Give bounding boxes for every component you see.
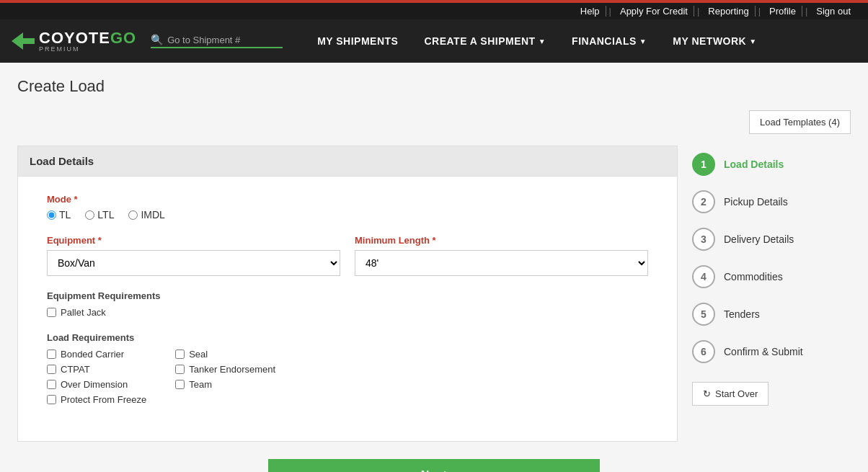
protect-freeze-checkbox[interactable] — [47, 395, 56, 404]
next-row: Next — [17, 459, 851, 472]
team-label: Team — [189, 379, 212, 390]
stepper-circle-5: 5 — [692, 303, 715, 326]
load-req-columns: Bonded Carrier CTPAT Over Dimension — [47, 349, 648, 409]
pallet-jack-checkbox[interactable] — [47, 308, 56, 317]
seal-item[interactable]: Seal — [175, 349, 275, 360]
logo-premium: PREMIUM — [39, 46, 136, 53]
load-templates-button[interactable]: Load Templates (4) — [749, 110, 851, 134]
stepper-label-5: Tenders — [724, 308, 760, 320]
load-req-label: Load Requirements — [47, 332, 648, 343]
logo-coyote: COYOTE — [39, 29, 110, 47]
mode-tl-option[interactable]: TL — [47, 209, 71, 221]
main-layout: Load Details Mode * TL LTL — [17, 146, 851, 442]
mode-imdl-radio[interactable] — [128, 210, 138, 220]
ctpat-item[interactable]: CTPAT — [47, 364, 146, 375]
over-dimension-label: Over Dimension — [61, 379, 128, 390]
logo[interactable]: COYOTEGO PREMIUM — [12, 30, 136, 53]
nav-links: MY SHIPMENTS CREATE A SHIPMENT ▼ FINANCI… — [304, 19, 856, 63]
stepper-label-2: Pickup Details — [724, 196, 788, 208]
mode-ltl-label: LTL — [97, 209, 114, 221]
mode-radio-group: TL LTL IMDL — [47, 209, 648, 221]
team-checkbox[interactable] — [175, 380, 185, 389]
mode-label: Mode * — [47, 194, 648, 205]
nav-bar: COYOTEGO PREMIUM 🔍 MY SHIPMENTS CREATE A… — [0, 19, 868, 63]
stepper-circle-2: 2 — [692, 190, 715, 213]
nav-financials[interactable]: FINANCIALS ▼ — [559, 19, 660, 63]
stepper-circle-1: 1 — [692, 153, 715, 176]
team-item[interactable]: Team — [175, 379, 275, 390]
stepper-label-1: Load Details — [724, 159, 784, 170]
equipment-req-group: Equipment Requirements Pallet Jack — [47, 290, 648, 318]
pallet-jack-checkbox-item[interactable]: Pallet Jack — [47, 307, 648, 318]
nav-my-network[interactable]: MY NETWORK ▼ — [660, 19, 769, 63]
stepper-circle-4: 4 — [692, 265, 715, 288]
equipment-minlength-row: Equipment * Box/Van Flatbed Reefer Inter… — [47, 235, 648, 276]
ctpat-label: CTPAT — [61, 364, 90, 375]
pallet-jack-label: Pallet Jack — [61, 307, 106, 318]
profile-link[interactable]: Profile — [763, 6, 802, 17]
stepper-sidebar: 1 Load Details 2 Pickup Details 3 Delive… — [692, 146, 851, 442]
sign-out-link[interactable]: Sign out — [810, 6, 856, 17]
start-over-button[interactable]: ↻ Start Over — [692, 382, 769, 406]
load-req-right-col: Seal Tanker Endorsement Team — [175, 349, 275, 409]
min-length-select[interactable]: 48' 53' 40' 45' — [355, 250, 648, 276]
ctpat-checkbox[interactable] — [47, 365, 56, 374]
seal-checkbox[interactable] — [175, 349, 185, 359]
mode-field-group: Mode * TL LTL IMDL — [47, 194, 648, 221]
load-req-group: Load Requirements Bonded Carrier CTPAT — [47, 332, 648, 409]
stepper-step-4[interactable]: 4 Commodities — [692, 258, 851, 295]
stepper-step-6[interactable]: 6 Confirm & Submit — [692, 333, 851, 370]
top-bar: Help | Apply For Credit | Reporting | Pr… — [0, 3, 868, 19]
chevron-down-icon: ▼ — [749, 37, 756, 45]
min-length-col: Minimum Length * 48' 53' 40' 45' — [355, 235, 648, 276]
stepper-step-5[interactable]: 5 Tenders — [692, 295, 851, 333]
bonded-carrier-item[interactable]: Bonded Carrier — [47, 349, 146, 360]
form-panel: Load Details Mode * TL LTL — [17, 146, 678, 442]
nav-my-shipments[interactable]: MY SHIPMENTS — [304, 19, 411, 63]
mode-ltl-option[interactable]: LTL — [85, 209, 114, 221]
equipment-label: Equipment * — [47, 235, 340, 246]
equipment-select[interactable]: Box/Van Flatbed Reefer Intermodal Step D… — [47, 250, 340, 276]
refresh-icon: ↻ — [703, 388, 711, 399]
bonded-carrier-checkbox[interactable] — [47, 349, 56, 359]
mode-ltl-radio[interactable] — [85, 210, 94, 220]
apply-credit-link[interactable]: Apply For Credit — [614, 6, 694, 17]
search-area[interactable]: 🔍 — [151, 34, 283, 48]
stepper-circle-3: 3 — [692, 228, 715, 251]
protect-freeze-item[interactable]: Protect From Freeze — [47, 394, 146, 405]
stepper-step-1[interactable]: 1 Load Details — [692, 146, 851, 183]
chevron-down-icon: ▼ — [539, 37, 546, 45]
svg-marker-0 — [12, 32, 35, 50]
page-title: Create Load — [17, 77, 851, 96]
load-req-left-col: Bonded Carrier CTPAT Over Dimension — [47, 349, 146, 409]
next-button[interactable]: Next — [268, 459, 600, 472]
tanker-endorsement-item[interactable]: Tanker Endorsement — [175, 364, 275, 375]
over-dimension-item[interactable]: Over Dimension — [47, 379, 146, 390]
stepper-step-2[interactable]: 2 Pickup Details — [692, 183, 851, 221]
protect-freeze-label: Protect From Freeze — [61, 394, 146, 405]
over-dimension-checkbox[interactable] — [47, 380, 56, 389]
stepper-step-3[interactable]: 3 Delivery Details — [692, 221, 851, 258]
templates-row: Load Templates (4) — [17, 110, 851, 134]
search-input[interactable] — [167, 35, 283, 45]
equipment-col: Equipment * Box/Van Flatbed Reefer Inter… — [47, 235, 340, 276]
page-content: Create Load Load Templates (4) Load Deta… — [0, 63, 868, 472]
mode-imdl-label: IMDL — [141, 209, 164, 221]
stepper-label-3: Delivery Details — [724, 233, 794, 245]
stepper-circle-6: 6 — [692, 340, 715, 363]
stepper-label-4: Commodities — [724, 271, 783, 282]
nav-create-shipment[interactable]: CREATE A SHIPMENT ▼ — [411, 19, 559, 63]
logo-go: GO — [110, 29, 136, 47]
tanker-endorsement-checkbox[interactable] — [175, 365, 185, 374]
mode-imdl-option[interactable]: IMDL — [128, 209, 164, 221]
reporting-link[interactable]: Reporting — [702, 6, 755, 17]
equipment-req-label: Equipment Requirements — [47, 290, 648, 301]
seal-label: Seal — [189, 349, 208, 360]
mode-tl-radio[interactable] — [47, 210, 56, 220]
search-icon: 🔍 — [151, 34, 163, 45]
start-over-label: Start Over — [715, 388, 758, 399]
tanker-endorsement-label: Tanker Endorsement — [189, 364, 275, 375]
mode-tl-label: TL — [59, 209, 71, 221]
logo-icon — [12, 32, 35, 50]
help-link[interactable]: Help — [575, 6, 606, 17]
